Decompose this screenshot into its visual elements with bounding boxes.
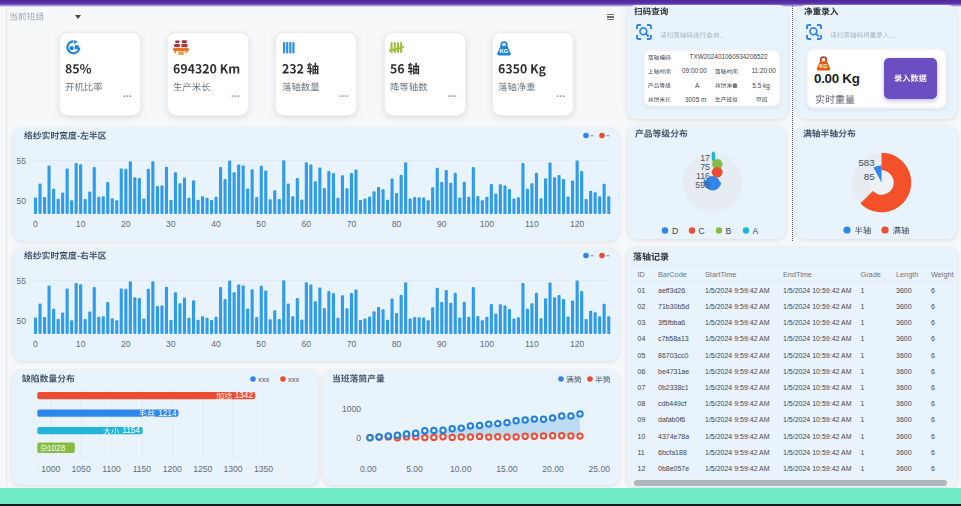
svg-text:KG: KG (819, 63, 827, 69)
svg-text:KG: KG (500, 48, 509, 54)
